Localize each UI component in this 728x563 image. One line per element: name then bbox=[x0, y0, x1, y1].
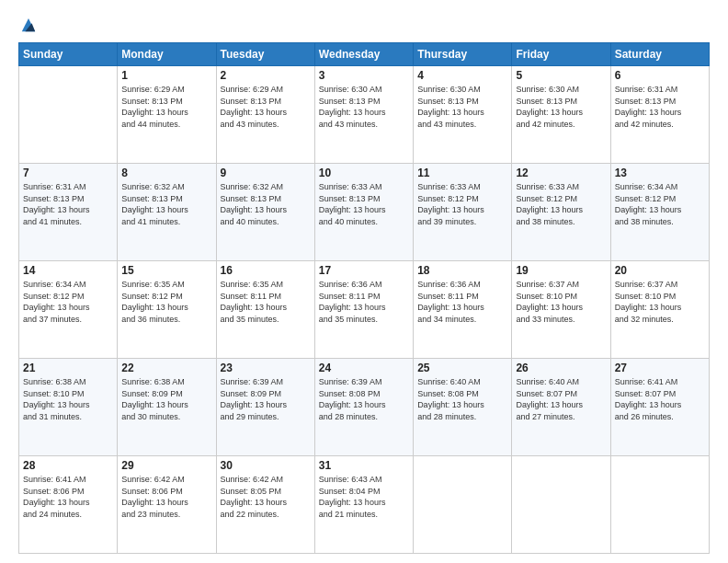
calendar-cell: 2Sunrise: 6:29 AM Sunset: 8:13 PM Daylig… bbox=[216, 66, 314, 164]
day-info: Sunrise: 6:36 AM Sunset: 8:11 PM Dayligh… bbox=[417, 279, 507, 325]
calendar-cell: 16Sunrise: 6:35 AM Sunset: 8:11 PM Dayli… bbox=[216, 261, 314, 359]
calendar-week-3: 14Sunrise: 6:34 AM Sunset: 8:12 PM Dayli… bbox=[19, 261, 710, 359]
day-number: 24 bbox=[319, 362, 409, 374]
calendar-cell: 27Sunrise: 6:41 AM Sunset: 8:07 PM Dayli… bbox=[610, 359, 709, 456]
day-number: 7 bbox=[23, 167, 113, 179]
day-number: 10 bbox=[319, 167, 409, 179]
calendar-week-2: 7Sunrise: 6:31 AM Sunset: 8:13 PM Daylig… bbox=[19, 164, 710, 261]
day-info: Sunrise: 6:37 AM Sunset: 8:10 PM Dayligh… bbox=[615, 279, 705, 325]
calendar-cell: 6Sunrise: 6:31 AM Sunset: 8:13 PM Daylig… bbox=[610, 66, 709, 164]
header bbox=[18, 17, 710, 35]
calendar-week-5: 28Sunrise: 6:41 AM Sunset: 8:06 PM Dayli… bbox=[19, 456, 710, 554]
day-number: 11 bbox=[417, 167, 507, 179]
day-number: 14 bbox=[23, 264, 113, 277]
calendar-cell: 21Sunrise: 6:38 AM Sunset: 8:10 PM Dayli… bbox=[19, 359, 118, 456]
day-number: 12 bbox=[516, 167, 606, 179]
day-info: Sunrise: 6:34 AM Sunset: 8:12 PM Dayligh… bbox=[23, 279, 113, 325]
day-info: Sunrise: 6:38 AM Sunset: 8:09 PM Dayligh… bbox=[121, 376, 211, 422]
day-number: 18 bbox=[417, 264, 507, 277]
calendar-table: SundayMondayTuesdayWednesdayThursdayFrid… bbox=[18, 42, 710, 554]
logo-text bbox=[18, 17, 37, 35]
calendar-header-thursday: Thursday bbox=[414, 43, 512, 66]
day-number: 27 bbox=[615, 362, 705, 374]
calendar-week-1: 1Sunrise: 6:29 AM Sunset: 8:13 PM Daylig… bbox=[19, 66, 710, 164]
day-info: Sunrise: 6:33 AM Sunset: 8:12 PM Dayligh… bbox=[417, 181, 507, 227]
day-number: 26 bbox=[516, 362, 606, 374]
day-info: Sunrise: 6:39 AM Sunset: 8:08 PM Dayligh… bbox=[319, 376, 409, 422]
day-number: 19 bbox=[516, 264, 606, 277]
day-info: Sunrise: 6:32 AM Sunset: 8:13 PM Dayligh… bbox=[121, 181, 211, 227]
page: SundayMondayTuesdayWednesdayThursdayFrid… bbox=[0, 0, 728, 563]
day-number: 13 bbox=[615, 167, 705, 179]
calendar-cell bbox=[19, 66, 118, 164]
day-number: 15 bbox=[121, 264, 211, 277]
calendar-cell: 23Sunrise: 6:39 AM Sunset: 8:09 PM Dayli… bbox=[216, 359, 314, 456]
calendar-cell: 3Sunrise: 6:30 AM Sunset: 8:13 PM Daylig… bbox=[314, 66, 413, 164]
calendar-header-row: SundayMondayTuesdayWednesdayThursdayFrid… bbox=[19, 43, 710, 66]
day-number: 17 bbox=[319, 264, 409, 277]
day-info: Sunrise: 6:32 AM Sunset: 8:13 PM Dayligh… bbox=[221, 181, 311, 227]
calendar-cell: 12Sunrise: 6:33 AM Sunset: 8:12 PM Dayli… bbox=[512, 164, 610, 261]
day-info: Sunrise: 6:39 AM Sunset: 8:09 PM Dayligh… bbox=[221, 376, 311, 422]
day-info: Sunrise: 6:38 AM Sunset: 8:10 PM Dayligh… bbox=[23, 376, 113, 422]
calendar-cell: 30Sunrise: 6:42 AM Sunset: 8:05 PM Dayli… bbox=[216, 456, 314, 554]
day-number: 29 bbox=[121, 459, 211, 472]
day-info: Sunrise: 6:29 AM Sunset: 8:13 PM Dayligh… bbox=[121, 84, 211, 130]
day-info: Sunrise: 6:36 AM Sunset: 8:11 PM Dayligh… bbox=[319, 279, 409, 325]
calendar-week-4: 21Sunrise: 6:38 AM Sunset: 8:10 PM Dayli… bbox=[19, 359, 710, 456]
day-info: Sunrise: 6:31 AM Sunset: 8:13 PM Dayligh… bbox=[615, 84, 705, 130]
day-info: Sunrise: 6:29 AM Sunset: 8:13 PM Dayligh… bbox=[221, 84, 311, 130]
day-info: Sunrise: 6:42 AM Sunset: 8:06 PM Dayligh… bbox=[121, 474, 211, 520]
day-info: Sunrise: 6:41 AM Sunset: 8:06 PM Dayligh… bbox=[23, 474, 113, 520]
day-info: Sunrise: 6:33 AM Sunset: 8:12 PM Dayligh… bbox=[516, 181, 606, 227]
day-info: Sunrise: 6:40 AM Sunset: 8:08 PM Dayligh… bbox=[417, 376, 507, 422]
calendar-cell: 8Sunrise: 6:32 AM Sunset: 8:13 PM Daylig… bbox=[118, 164, 216, 261]
calendar-header-sunday: Sunday bbox=[19, 43, 118, 66]
day-number: 21 bbox=[23, 362, 113, 374]
calendar-cell: 17Sunrise: 6:36 AM Sunset: 8:11 PM Dayli… bbox=[314, 261, 413, 359]
day-info: Sunrise: 6:41 AM Sunset: 8:07 PM Dayligh… bbox=[615, 376, 705, 422]
calendar-cell: 5Sunrise: 6:30 AM Sunset: 8:13 PM Daylig… bbox=[512, 66, 610, 164]
day-info: Sunrise: 6:43 AM Sunset: 8:04 PM Dayligh… bbox=[319, 474, 409, 520]
calendar-cell: 14Sunrise: 6:34 AM Sunset: 8:12 PM Dayli… bbox=[19, 261, 118, 359]
calendar-cell: 10Sunrise: 6:33 AM Sunset: 8:13 PM Dayli… bbox=[314, 164, 413, 261]
calendar-header-monday: Monday bbox=[118, 43, 216, 66]
calendar-cell: 22Sunrise: 6:38 AM Sunset: 8:09 PM Dayli… bbox=[118, 359, 216, 456]
day-number: 1 bbox=[121, 69, 211, 82]
calendar-cell: 19Sunrise: 6:37 AM Sunset: 8:10 PM Dayli… bbox=[512, 261, 610, 359]
day-info: Sunrise: 6:30 AM Sunset: 8:13 PM Dayligh… bbox=[417, 84, 507, 130]
day-number: 23 bbox=[221, 362, 311, 374]
calendar-cell: 15Sunrise: 6:35 AM Sunset: 8:12 PM Dayli… bbox=[118, 261, 216, 359]
logo-icon bbox=[20, 17, 37, 35]
day-number: 5 bbox=[516, 69, 606, 82]
day-info: Sunrise: 6:37 AM Sunset: 8:10 PM Dayligh… bbox=[516, 279, 606, 325]
calendar-cell bbox=[414, 456, 512, 554]
calendar-cell: 28Sunrise: 6:41 AM Sunset: 8:06 PM Dayli… bbox=[19, 456, 118, 554]
day-number: 16 bbox=[221, 264, 311, 277]
calendar-cell: 20Sunrise: 6:37 AM Sunset: 8:10 PM Dayli… bbox=[610, 261, 709, 359]
calendar-cell: 1Sunrise: 6:29 AM Sunset: 8:13 PM Daylig… bbox=[118, 66, 216, 164]
day-info: Sunrise: 6:30 AM Sunset: 8:13 PM Dayligh… bbox=[319, 84, 409, 130]
calendar-cell: 31Sunrise: 6:43 AM Sunset: 8:04 PM Dayli… bbox=[314, 456, 413, 554]
day-number: 22 bbox=[121, 362, 211, 374]
day-number: 2 bbox=[221, 69, 311, 82]
calendar-cell: 26Sunrise: 6:40 AM Sunset: 8:07 PM Dayli… bbox=[512, 359, 610, 456]
calendar-cell: 11Sunrise: 6:33 AM Sunset: 8:12 PM Dayli… bbox=[414, 164, 512, 261]
day-number: 31 bbox=[319, 459, 409, 472]
calendar-cell: 29Sunrise: 6:42 AM Sunset: 8:06 PM Dayli… bbox=[118, 456, 216, 554]
calendar-header-friday: Friday bbox=[512, 43, 610, 66]
day-info: Sunrise: 6:33 AM Sunset: 8:13 PM Dayligh… bbox=[319, 181, 409, 227]
day-info: Sunrise: 6:34 AM Sunset: 8:12 PM Dayligh… bbox=[615, 181, 705, 227]
day-number: 3 bbox=[319, 69, 409, 82]
calendar-cell: 4Sunrise: 6:30 AM Sunset: 8:13 PM Daylig… bbox=[414, 66, 512, 164]
logo bbox=[18, 17, 37, 35]
day-number: 6 bbox=[615, 69, 705, 82]
day-number: 9 bbox=[221, 167, 311, 179]
calendar-header-saturday: Saturday bbox=[610, 43, 709, 66]
day-info: Sunrise: 6:40 AM Sunset: 8:07 PM Dayligh… bbox=[516, 376, 606, 422]
calendar-cell bbox=[610, 456, 709, 554]
calendar-cell: 24Sunrise: 6:39 AM Sunset: 8:08 PM Dayli… bbox=[314, 359, 413, 456]
calendar-cell: 13Sunrise: 6:34 AM Sunset: 8:12 PM Dayli… bbox=[610, 164, 709, 261]
day-info: Sunrise: 6:42 AM Sunset: 8:05 PM Dayligh… bbox=[221, 474, 311, 520]
day-number: 30 bbox=[221, 459, 311, 472]
